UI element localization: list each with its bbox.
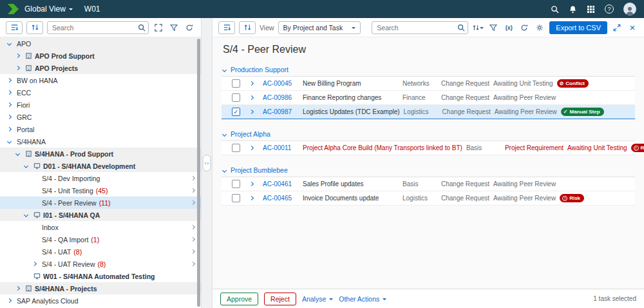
filter-icon[interactable] (488, 22, 499, 34)
task-id-link[interactable]: AC-00011 (263, 144, 303, 151)
chevron-down-icon[interactable] (15, 151, 20, 156)
tree-item-s-4-qa-import[interactable]: S/4 - QA Import(1) (0, 233, 201, 245)
reject-button[interactable]: Reject (264, 293, 296, 305)
group-header[interactable]: Project Alpha (222, 128, 635, 140)
expand-toggle[interactable] (8, 103, 17, 106)
tree-search-input[interactable] (47, 21, 149, 34)
task-row-AC-00461[interactable]: AC-00461Sales Profile updatesBasisChange… (222, 177, 635, 191)
splitter-grip[interactable]: ‹› (203, 155, 211, 171)
expand-row-icon[interactable] (249, 196, 254, 200)
chevron-right-icon[interactable] (7, 90, 12, 95)
chevron-right-icon[interactable] (7, 115, 12, 119)
chevron-right-icon[interactable] (7, 298, 12, 303)
navigate-arrow-icon[interactable] (191, 225, 195, 229)
expand-row-icon[interactable] (249, 95, 254, 100)
help-icon[interactable]: ? (605, 5, 614, 14)
analyse-menu-button[interactable]: Analyse (302, 295, 333, 303)
refresh-icon[interactable] (518, 22, 530, 34)
expand-all-button[interactable] (6, 21, 23, 34)
expand-toggle[interactable] (16, 54, 25, 57)
expand-toggle[interactable] (16, 287, 25, 290)
refresh-icon[interactable] (184, 22, 195, 34)
chevron-right-icon[interactable] (15, 53, 20, 58)
expand-row-icon[interactable] (249, 110, 254, 114)
expand-toggle[interactable] (8, 79, 17, 82)
expand-toggle[interactable] (24, 164, 33, 168)
row-checkbox[interactable] (232, 180, 240, 188)
group-header[interactable]: Production Support (222, 63, 635, 76)
row-checkbox[interactable] (232, 93, 240, 102)
sort-rows-button[interactable] (239, 21, 256, 34)
task-id-link[interactable]: AC-00987 (263, 108, 303, 115)
navigate-arrow-icon[interactable] (191, 237, 195, 242)
expand-toggle[interactable] (16, 66, 25, 70)
settings-icon[interactable] (534, 22, 545, 34)
task-row-AC-00987[interactable]: ✓AC-00987Logistics Updates (TDC Example)… (222, 105, 635, 119)
expand-toggle[interactable] (8, 299, 17, 302)
tree-item-s-4-uat-review[interactable]: S/4 - UAT Review(8) (0, 258, 201, 270)
enter-fullscreen-icon[interactable] (611, 22, 623, 34)
navigate-arrow-icon[interactable] (191, 200, 195, 205)
expand-row-icon[interactable] (249, 182, 254, 186)
row-checkbox[interactable] (232, 144, 240, 152)
close-icon[interactable]: × (627, 22, 638, 34)
tree-item-s-4-peer-review[interactable]: S/4 - Peer Review(11) (0, 197, 201, 209)
sort-icon[interactable] (472, 22, 484, 34)
row-checkbox[interactable] (232, 79, 240, 88)
expand-toggle[interactable] (8, 91, 17, 94)
navigate-arrow-icon[interactable] (191, 176, 195, 180)
view-select[interactable]: By Project and Task (278, 21, 361, 34)
sidebar-scrollbar[interactable] (197, 37, 200, 308)
task-id-link[interactable]: AC-00045 (263, 80, 303, 87)
search-icon[interactable] (551, 5, 559, 14)
tree-item-fiori[interactable]: Fiori (0, 99, 201, 111)
expand-toggle[interactable] (16, 152, 25, 155)
tree-item-s-4-dev-importing[interactable]: S/4 - Dev Importing (0, 172, 201, 184)
avatar[interactable] (623, 3, 636, 15)
splitter[interactable]: ‹› (201, 18, 213, 308)
task-id-link[interactable]: AC-00986 (263, 94, 303, 101)
row-checkbox[interactable]: ✓ (232, 108, 240, 116)
chevron-down-icon[interactable] (24, 213, 28, 217)
tree-item-s-4hana-projects[interactable]: S/4HANA - Projects (0, 282, 201, 294)
export-csv-button[interactable]: Export to CSV (549, 21, 607, 34)
chevron-right-icon[interactable] (7, 102, 12, 107)
navigate-arrow-icon[interactable] (191, 262, 195, 266)
other-actions-menu-button[interactable]: Other Actions (339, 295, 386, 303)
product-switcher-icon[interactable] (587, 5, 595, 14)
chevron-right-icon[interactable] (7, 127, 12, 131)
tree-item-i01-s-4hana-qa[interactable]: I01 - S/4HANA QA (0, 209, 201, 221)
notifications-bell-icon[interactable] (569, 5, 577, 14)
chevron-down-icon[interactable] (24, 164, 28, 168)
task-id-link[interactable]: AC-00461 (263, 180, 303, 188)
expand-toggle[interactable] (8, 140, 17, 143)
expand-toggle[interactable] (8, 42, 17, 45)
sort-tree-button[interactable] (26, 21, 43, 34)
tree-item-s-4hana[interactable]: S/4HANA (0, 135, 201, 148)
tree-item-s-4hana-prod-support[interactable]: S/4HANA - Prod Support (0, 148, 201, 160)
task-row-AC-00045[interactable]: AC-00045New Billing ProgramNetworksChang… (222, 77, 635, 91)
chevron-right-icon[interactable] (32, 262, 37, 266)
fullscreen-icon[interactable] (153, 22, 164, 34)
expand-toggle[interactable] (24, 213, 33, 217)
navigate-arrow-icon[interactable] (191, 249, 195, 254)
expand-row-icon[interactable] (249, 81, 254, 86)
tree-item-inbox[interactable]: Inbox (0, 221, 201, 233)
task-id-link[interactable]: AC-00465 (263, 195, 303, 202)
tree-item-sap-analytics-cloud[interactable]: SAP Analytics Cloud (0, 294, 201, 307)
expand-toggle[interactable] (8, 115, 17, 119)
chevron-right-icon[interactable] (15, 66, 20, 70)
task-search-input[interactable] (372, 21, 468, 34)
tree-item-d01-s-4hana-development[interactable]: D01 - S/4HANA Development (0, 160, 201, 172)
tree-item-grc[interactable]: GRC (0, 111, 201, 123)
filter-icon[interactable] (168, 22, 180, 34)
clear-filter-icon[interactable]: (x) (503, 22, 515, 34)
tree-item-bw-on-hana[interactable]: BW on HANA (0, 74, 201, 86)
task-row-AC-00011[interactable]: AC-00011Project Alpha Core Build (Many T… (222, 141, 635, 155)
row-checkbox[interactable] (232, 194, 240, 202)
group-header[interactable]: Project Bumblebee (222, 164, 635, 177)
expand-all-button[interactable] (218, 21, 235, 34)
global-view-menu[interactable]: Global View (24, 5, 73, 14)
tree-item-s-4-unit-testing[interactable]: S/4 - Unit Testing(45) (0, 184, 201, 197)
task-row-AC-00465[interactable]: AC-00465Invoice Documents updateLogistic… (222, 191, 635, 206)
